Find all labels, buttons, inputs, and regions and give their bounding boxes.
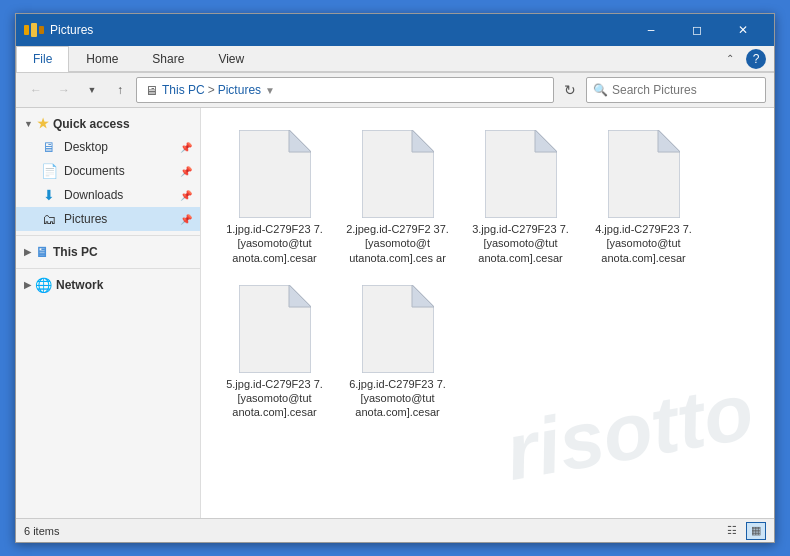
file-name-1: 1.jpg.id-C279F23 7.[yasomoto@tut anota.c… [223,222,326,265]
downloads-icon: ⬇ [40,186,58,204]
tab-share[interactable]: Share [135,46,201,71]
maximize-button[interactable]: ◻ [674,14,720,46]
large-icons-view-button[interactable]: ▦ [746,522,766,540]
ribbon: File Home Share View ⌃ ? [16,46,774,73]
file-icon-6 [362,285,434,373]
tab-view[interactable]: View [201,46,261,71]
sidebar-divider-1 [16,235,200,236]
help-button[interactable]: ? [746,49,766,69]
pictures-icon: 🗂 [40,210,58,228]
sidebar-item-documents[interactable]: 📄 Documents 📌 [16,159,200,183]
svg-marker-3 [412,130,434,152]
path-pictures[interactable]: Pictures [218,83,261,97]
file-area: risotto 1.jpg.id-C279F23 7.[yasomoto@tut… [201,108,774,518]
file-item-4[interactable]: 4.jpg.id-C279F23 7.[yasomoto@tut anota.c… [586,124,701,271]
sidebar-quick-access-header[interactable]: ▼ ★ Quick access [16,112,200,135]
minimize-button[interactable]: – [628,14,674,46]
network-icon: 🌐 [35,277,52,293]
title-bar: Pictures – ◻ ✕ [16,14,774,46]
sidebar-network-header[interactable]: ▶ 🌐 Network [16,273,200,297]
sidebar-item-desktop[interactable]: 🖥 Desktop 📌 [16,135,200,159]
quick-access-chevron-icon: ▼ [24,119,33,129]
file-icon-1 [239,130,311,218]
recent-locations-button[interactable]: ▼ [80,78,104,102]
file-item-6[interactable]: 6.jpg.id-C279F23 7.[yasomoto@tut anota.c… [340,279,455,426]
file-icon-3 [485,130,557,218]
file-name-6: 6.jpg.id-C279F23 7.[yasomoto@tut anota.c… [346,377,449,420]
file-name-2: 2.jpeg.id-C279F2 37.[yasomoto@t utanota.… [346,222,449,265]
search-icon: 🔍 [593,83,608,97]
pin-icon-downloads: 📌 [180,190,192,201]
title-bar-controls: – ◻ ✕ [628,14,766,46]
svg-marker-11 [412,285,434,307]
network-chevron-icon: ▶ [24,280,31,290]
network-label: Network [56,278,103,292]
svg-marker-7 [658,130,680,152]
documents-icon: 📄 [40,162,58,180]
svg-marker-9 [289,285,311,307]
sidebar: ▼ ★ Quick access 🖥 Desktop 📌 📄 Documents… [16,108,201,518]
quick-access-label: Quick access [53,117,130,131]
quick-access-star-icon: ★ [37,116,49,131]
file-icon-2 [362,130,434,218]
forward-button: → [52,78,76,102]
svg-marker-1 [289,130,311,152]
sidebar-desktop-label: Desktop [64,140,108,154]
this-pc-chevron-icon: ▶ [24,247,31,257]
sidebar-downloads-label: Downloads [64,188,123,202]
pin-icon-pictures: 📌 [180,214,192,225]
ribbon-tabs: File Home Share View ⌃ ? [16,46,774,72]
sidebar-pictures-label: Pictures [64,212,107,226]
refresh-button[interactable]: ↻ [558,78,582,102]
address-path[interactable]: 🖥 This PC > Pictures ▼ [136,77,554,103]
explorer-window: Pictures – ◻ ✕ File Home Share View ⌃ ? … [15,13,775,543]
file-item-5[interactable]: 5.jpg.id-C279F23 7.[yasomoto@tut anota.c… [217,279,332,426]
ribbon-collapse-button[interactable]: ⌃ [718,47,742,71]
tab-file[interactable]: File [16,46,69,72]
sidebar-this-pc-header[interactable]: ▶ 🖥 This PC [16,240,200,264]
sidebar-documents-label: Documents [64,164,125,178]
item-count: 6 items [24,525,59,537]
window-icon [24,20,44,40]
status-bar: 6 items ☷ ▦ [16,518,774,542]
file-item-3[interactable]: 3.jpg.id-C279F23 7.[yasomoto@tut anota.c… [463,124,578,271]
view-controls: ☷ ▦ [722,522,766,540]
path-this-pc[interactable]: This PC [162,83,205,97]
address-bar: ← → ▼ ↑ 🖥 This PC > Pictures ▼ ↻ 🔍 [16,73,774,108]
file-name-3: 3.jpg.id-C279F23 7.[yasomoto@tut anota.c… [469,222,572,265]
svg-marker-5 [535,130,557,152]
file-item-2[interactable]: 2.jpeg.id-C279F2 37.[yasomoto@t utanota.… [340,124,455,271]
file-item-1[interactable]: 1.jpg.id-C279F23 7.[yasomoto@tut anota.c… [217,124,332,271]
file-grid: 1.jpg.id-C279F23 7.[yasomoto@tut anota.c… [201,108,774,442]
file-icon-4 [608,130,680,218]
file-icon-5 [239,285,311,373]
search-box[interactable]: 🔍 [586,77,766,103]
close-button[interactable]: ✕ [720,14,766,46]
sidebar-item-downloads[interactable]: ⬇ Downloads 📌 [16,183,200,207]
up-button[interactable]: ↑ [108,78,132,102]
sidebar-item-pictures[interactable]: 🗂 Pictures 📌 [16,207,200,231]
sidebar-divider-2 [16,268,200,269]
file-name-5: 5.jpg.id-C279F23 7.[yasomoto@tut anota.c… [223,377,326,420]
desktop-icon: 🖥 [40,138,58,156]
pin-icon-documents: 📌 [180,166,192,177]
window-title: Pictures [50,23,628,37]
file-name-4: 4.jpg.id-C279F23 7.[yasomoto@tut anota.c… [592,222,695,265]
pin-icon: 📌 [180,142,192,153]
tab-home[interactable]: Home [69,46,135,71]
this-pc-label: This PC [53,245,98,259]
details-view-button[interactable]: ☷ [722,522,742,540]
search-input[interactable] [612,83,759,97]
main-content: ▼ ★ Quick access 🖥 Desktop 📌 📄 Documents… [16,108,774,518]
path-chevron: ▼ [265,85,275,96]
back-button: ← [24,78,48,102]
this-pc-icon: 🖥 [35,244,49,260]
